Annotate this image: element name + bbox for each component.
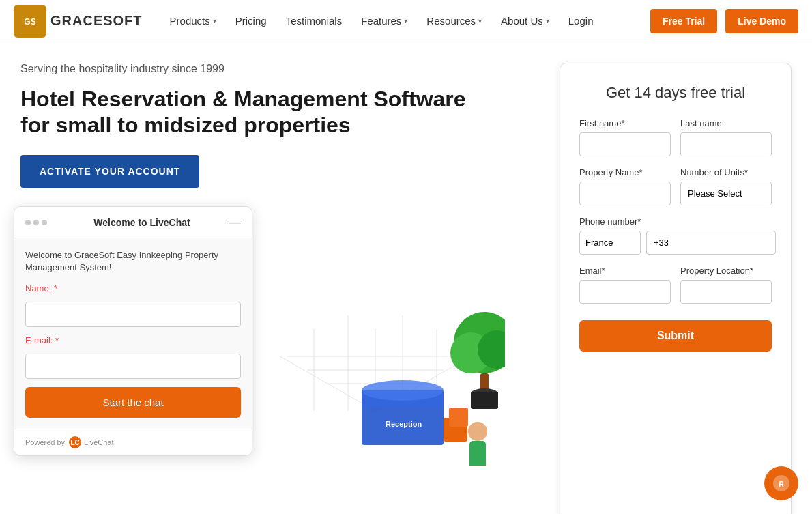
contact-row: Email* Property Location*	[579, 266, 772, 304]
chevron-down-icon: ▾	[213, 17, 216, 25]
units-select-wrapper: Please Select 1-10 11-25 26-50 51-100 10…	[680, 182, 772, 205]
email-label: E-mail: *	[25, 335, 241, 345]
svg-text:R: R	[779, 481, 784, 488]
activate-account-button[interactable]: ACTIVATE YOUR ACCOUNT	[20, 155, 199, 188]
trial-form: Get 14 days free trial First name* Last …	[560, 63, 792, 514]
chevron-down-icon: ▾	[478, 17, 482, 25]
nav-item-resources[interactable]: Resources ▾	[426, 15, 482, 27]
svg-point-20	[468, 422, 487, 441]
chevron-down-icon: ▾	[404, 17, 407, 25]
svg-rect-17	[449, 408, 468, 427]
svg-text:GS: GS	[24, 17, 35, 27]
location-group: Property Location*	[680, 266, 772, 304]
email-input[interactable]	[579, 280, 671, 304]
livechat-body: Welcome to GraceSoft Easy Innkeeping Pro…	[14, 238, 252, 429]
units-label: Number of Units*	[680, 167, 772, 177]
livechat-name-input[interactable]	[25, 302, 241, 327]
nav-item-products[interactable]: Products ▾	[170, 15, 216, 27]
phone-country-input[interactable]	[579, 231, 641, 255]
submit-button[interactable]: Submit	[579, 320, 772, 352]
name-field-group: Name: *	[25, 283, 241, 335]
phone-label: Phone number*	[579, 216, 772, 227]
last-name-input[interactable]	[680, 132, 772, 156]
nav-item-testimonials[interactable]: Testimonials	[286, 15, 343, 27]
first-name-label: First name*	[579, 118, 671, 128]
phone-number-input[interactable]	[646, 231, 776, 255]
units-select[interactable]: Please Select 1-10 11-25 26-50 51-100 10…	[680, 182, 772, 205]
livechat-header: Welcome to LiveChat —	[14, 207, 252, 238]
livechat-dots	[25, 220, 47, 225]
svg-point-15	[362, 380, 444, 401]
name-row: First name* Last name	[579, 118, 772, 156]
email-label-form: Email*	[579, 266, 671, 276]
nav-links: Products ▾ Pricing Testimonials Features…	[170, 15, 650, 27]
svg-rect-27	[471, 392, 498, 409]
minimize-icon[interactable]: —	[229, 215, 241, 229]
nav-item-about-us[interactable]: About Us ▾	[501, 15, 549, 27]
revain-badge[interactable]: R	[764, 466, 798, 500]
property-row: Property Name* Number of Units* Please S…	[579, 167, 772, 205]
first-name-group: First name*	[579, 118, 671, 156]
chevron-down-icon: ▾	[546, 17, 549, 25]
email-group: Email*	[579, 266, 671, 304]
live-demo-button[interactable]: Live Demo	[725, 9, 798, 33]
email-required-star: *	[55, 335, 59, 345]
livechat-title: Welcome to LiveChat	[55, 217, 229, 228]
livechat-dot-2	[33, 220, 39, 225]
logo-text: GRACESOFT	[50, 13, 143, 29]
property-name-label: Property Name*	[579, 167, 671, 177]
livechat-welcome-text: Welcome to GraceSoft Easy Innkeeping Pro…	[25, 249, 241, 274]
phone-group: Phone number*	[579, 216, 772, 255]
hero-title: Hotel Reservation & Management Software …	[20, 86, 484, 139]
start-chat-button[interactable]: Start the chat	[25, 387, 241, 418]
livechat-dot-3	[42, 220, 47, 225]
livechat-logo-icon: LC	[69, 436, 81, 448]
location-input[interactable]	[680, 280, 772, 304]
nav-item-login[interactable]: Login	[568, 15, 594, 27]
property-name-input[interactable]	[579, 182, 671, 205]
livechat-email-input[interactable]	[25, 354, 241, 379]
svg-rect-21	[469, 441, 486, 466]
email-field-group: E-mail: *	[25, 335, 241, 387]
logo[interactable]: GS GRACESOFT	[14, 5, 143, 38]
nav-item-pricing[interactable]: Pricing	[235, 15, 267, 27]
illustration: Reception	[246, 192, 505, 466]
logo-icon: GS	[14, 5, 46, 38]
name-required-star: *	[54, 283, 57, 294]
nav-right: Free Trial Live Demo	[650, 9, 798, 33]
form-title: Get 14 days free trial	[579, 84, 772, 102]
last-name-group: Last name	[680, 118, 772, 156]
first-name-input[interactable]	[579, 132, 671, 156]
svg-text:Reception: Reception	[386, 420, 422, 428]
property-name-group: Property Name*	[579, 167, 671, 205]
livechat-widget: Welcome to LiveChat — Welcome to GraceSo…	[14, 206, 252, 456]
units-group: Number of Units* Please Select 1-10 11-2…	[680, 167, 772, 205]
phone-row	[579, 231, 772, 255]
livechat-footer: Powered by LC LiveChat	[14, 429, 252, 455]
last-name-label: Last name	[680, 118, 772, 128]
main-content: Serving the hospitality industry since 1…	[0, 42, 812, 514]
livechat-brand-logo: LC LiveChat	[69, 436, 113, 448]
tagline: Serving the hospitality industry since 1…	[20, 63, 484, 75]
navbar: GS GRACESOFT Products ▾ Pricing Testimon…	[0, 0, 812, 42]
livechat-dot-1	[25, 220, 31, 225]
name-label: Name: *	[25, 283, 241, 294]
nav-item-features[interactable]: Features ▾	[361, 15, 407, 27]
location-label: Property Location*	[680, 266, 772, 276]
free-trial-button[interactable]: Free Trial	[650, 9, 717, 33]
